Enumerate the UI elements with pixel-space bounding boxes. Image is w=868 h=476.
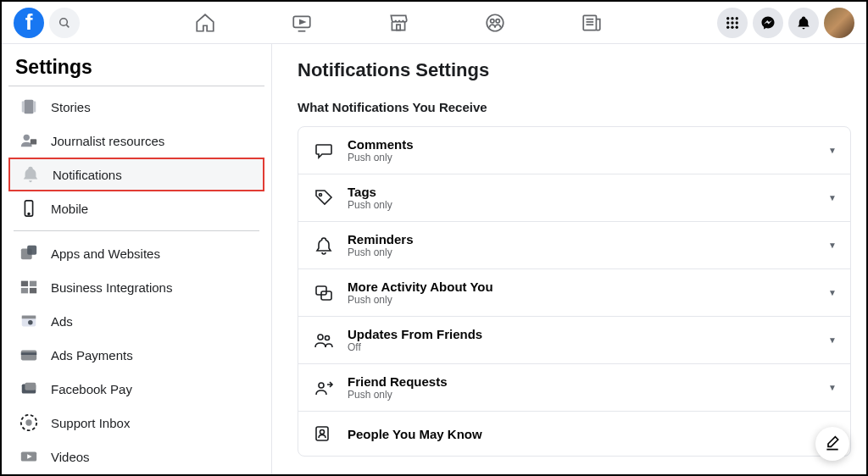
sidebar-divider [14,230,259,231]
sidebar-item-ads-payments[interactable]: Ads Payments [8,338,264,372]
ads-payments-icon [17,343,41,367]
nav-home[interactable] [186,4,224,42]
setting-sub: Push only [348,389,828,401]
notifications-icon [19,163,42,186]
svg-point-25 [24,135,30,141]
sidebar-title: Settings [8,56,264,86]
sidebar-item-label: Support Inbox [51,416,130,430]
sidebar-item-apps[interactable]: Apps and Websites [8,236,264,270]
compose-button[interactable] [815,427,849,461]
setting-title: People You May Know [348,427,828,441]
friends-icon [312,329,336,352]
news-icon [581,12,603,34]
svg-point-20 [731,25,733,28]
setting-row-comments[interactable]: CommentsPush only ▼ [298,127,850,174]
sidebar-item-facebook-pay[interactable]: Facebook Pay [8,372,264,406]
svg-point-17 [731,21,733,24]
comments-icon [312,139,336,163]
svg-point-53 [320,430,325,434]
sidebar-item-label: Ads Payments [51,348,133,363]
setting-title: Updates From Friends [348,327,828,341]
svg-point-16 [726,21,729,24]
people-icon [312,422,336,446]
setting-row-reminders[interactable]: RemindersPush only ▼ [298,222,850,269]
setting-sub: Push only [348,152,828,163]
svg-point-18 [736,21,738,24]
setting-sub: Push only [348,199,828,211]
setting-title: Friend Requests [348,374,828,389]
svg-point-43 [25,419,31,425]
sidebar-item-label: Business Integrations [51,280,172,295]
facebook-pay-icon [17,377,41,401]
svg-rect-23 [22,102,25,113]
apps-icon [17,241,41,265]
svg-point-15 [736,17,738,19]
chevron-down-icon: ▼ [828,241,837,250]
svg-rect-36 [22,316,36,319]
videos-icon [17,445,41,468]
chevron-down-icon: ▼ [828,193,837,202]
setting-row-friend-requests[interactable]: Friend RequestsPush only ▼ [298,364,850,412]
nav-news[interactable] [573,4,610,42]
setting-row-more-activity[interactable]: More Activity About YouPush only ▼ [298,269,850,317]
svg-point-51 [319,383,324,388]
chevron-down-icon: ▼ [828,335,837,345]
svg-rect-30 [27,246,36,255]
nav-groups[interactable] [476,4,514,42]
search-icon [58,16,71,30]
sidebar-item-mobile[interactable]: Mobile [8,191,264,225]
sidebar-item-label: Ads [51,314,73,329]
home-icon [194,12,216,34]
friend-requests-icon [312,376,336,400]
messenger-button[interactable] [753,8,783,38]
svg-rect-38 [21,351,36,361]
setting-sub: Off [348,341,828,353]
notifications-button[interactable] [788,8,819,38]
support-inbox-icon [17,411,41,434]
search-button[interactable] [49,8,80,38]
svg-point-19 [726,25,729,28]
svg-point-49 [318,335,323,340]
setting-row-people-you-may-know[interactable]: People You May Know ▼ [298,412,850,456]
sidebar-item-label: Videos [51,450,90,464]
sidebar-item-notifications[interactable]: Notifications [8,158,264,191]
journalist-icon [17,129,41,152]
chevron-down-icon: ▼ [828,146,837,155]
nav-marketplace[interactable] [380,4,417,42]
svg-point-0 [60,18,68,25]
watch-icon [291,12,313,34]
profile-avatar[interactable] [824,8,854,38]
sidebar-item-journalist[interactable]: Journalist resources [8,124,264,158]
svg-point-46 [320,193,322,196]
svg-rect-34 [30,288,36,293]
svg-rect-22 [25,100,34,114]
sidebar-item-label: Stories [51,100,91,114]
sidebar-item-support-inbox[interactable]: Support Inbox [8,406,264,440]
main-content: Notifications Settings What Notification… [271,44,866,474]
svg-rect-5 [397,25,400,30]
svg-point-21 [736,25,738,28]
bell-icon [796,15,811,30]
reminders-icon [312,234,336,257]
facebook-logo[interactable]: f [14,8,44,38]
svg-line-1 [66,25,69,27]
notification-settings-list: CommentsPush only ▼ TagsPush only ▼ Remi… [298,126,851,457]
compose-icon [824,435,841,452]
stories-icon [17,95,41,119]
setting-row-updates-friends[interactable]: Updates From FriendsOff ▼ [298,317,850,364]
sidebar-item-label: Journalist resources [51,134,164,148]
svg-rect-33 [21,288,28,293]
svg-point-37 [28,320,33,325]
messenger-icon [760,15,776,30]
svg-point-6 [487,14,504,31]
sidebar-item-videos[interactable]: Videos [8,440,264,473]
svg-point-14 [731,17,733,19]
menu-button[interactable] [717,8,748,38]
svg-rect-9 [583,15,596,30]
sidebar-item-stories[interactable]: Stories [8,90,264,124]
nav-watch[interactable] [283,4,320,42]
sidebar-item-ads[interactable]: Ads [8,304,264,338]
setting-row-tags[interactable]: TagsPush only ▼ [298,174,850,222]
sidebar-item-label: Notifications [53,168,122,182]
sidebar-item-business[interactable]: Business Integrations [8,270,264,304]
